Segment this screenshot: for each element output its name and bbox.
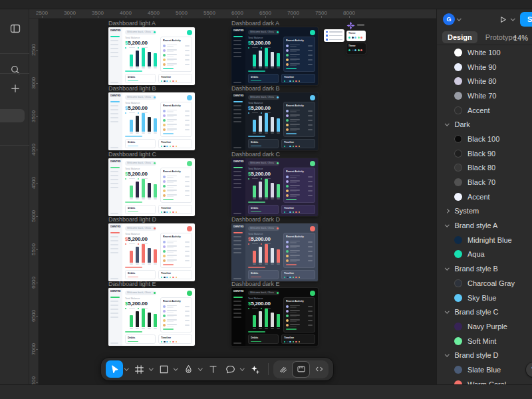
style-section-brand-style-c[interactable]: Brand style C bbox=[437, 305, 532, 319]
canvas[interactable]: Theme Theme Dashboard light ADWNTRDWelco… bbox=[39, 19, 436, 384]
style-row[interactable]: Charcoal Gray bbox=[437, 276, 532, 291]
style-section-brand-style-a[interactable]: Brand style A bbox=[437, 218, 532, 233]
style-row[interactable]: White 80 bbox=[437, 74, 532, 88]
frame-title[interactable]: Dashboard dark D bbox=[231, 216, 280, 223]
style-row[interactable]: Warm Coral bbox=[437, 377, 532, 384]
code-tool[interactable] bbox=[311, 362, 327, 377]
style-row[interactable]: White 100 bbox=[437, 45, 532, 60]
mock-avatar bbox=[310, 161, 315, 166]
mock-activity-avatar bbox=[163, 250, 166, 253]
canvas-frame[interactable]: DWNTRDWelcome back, OliviaTotal Balance$… bbox=[231, 27, 318, 85]
style-row[interactable]: Black 80 bbox=[437, 161, 532, 176]
style-row[interactable]: Accent bbox=[437, 190, 532, 204]
comment-tool-chevron-down-icon[interactable] bbox=[239, 360, 246, 378]
mock-footer: DebitsTimeline bbox=[248, 74, 315, 83]
canvas-frame[interactable]: DWNTRDWelcome back, OliviaTotal Balance$… bbox=[231, 92, 318, 150]
frame-title[interactable]: Dashboard light D bbox=[108, 216, 156, 223]
canvas-frame[interactable]: DWNTRDWelcome back, OliviaTotal Balance$… bbox=[108, 223, 195, 281]
canvas-frame[interactable]: DWNTRDWelcome back, OliviaTotal Balance$… bbox=[108, 158, 195, 216]
style-section-system[interactable]: System bbox=[437, 204, 532, 219]
chevron-down-icon bbox=[445, 266, 449, 270]
mock-balance-amount: $5,200.00 bbox=[125, 105, 158, 111]
mock-nav-item bbox=[110, 44, 118, 45]
mock-nav-item bbox=[233, 236, 241, 237]
share-button[interactable]: Share bbox=[520, 12, 532, 27]
measure-tool[interactable] bbox=[293, 362, 309, 377]
pen-tool[interactable] bbox=[180, 360, 197, 378]
mock-logout-item bbox=[110, 82, 118, 83]
canvas-frame[interactable]: DWNTRDWelcome back, OliviaTotal Balance$… bbox=[231, 158, 318, 216]
actions-tool[interactable] bbox=[246, 360, 263, 378]
style-row[interactable]: Midnight Blue bbox=[437, 233, 532, 247]
avatar-chevron-down-icon[interactable] bbox=[457, 17, 461, 21]
mock-activity-label: Recent Activity bbox=[286, 235, 303, 237]
plugin-sparkle-icon[interactable] bbox=[346, 21, 355, 29]
frame-tool[interactable] bbox=[130, 360, 148, 378]
theme-swatch-card-dark[interactable]: Theme bbox=[346, 43, 366, 54]
checklist-widget[interactable] bbox=[324, 29, 344, 42]
canvas-frame[interactable]: DWNTRDWelcome back, OliviaTotal Balance$… bbox=[108, 92, 195, 150]
style-row[interactable]: White 90 bbox=[437, 60, 532, 74]
canvas-frame[interactable]: DWNTRDWelcome back, OliviaTotal Balance$… bbox=[231, 223, 318, 281]
panels-toggle-icon[interactable] bbox=[9, 23, 21, 34]
canvas-frame[interactable]: DWNTRDWelcome back, OliviaTotal Balance$… bbox=[231, 288, 318, 346]
frame-title[interactable]: Dashboard light E bbox=[108, 281, 156, 287]
frame-title[interactable]: Dashboard light C bbox=[108, 151, 156, 158]
frame-tool-chevron-down-icon[interactable] bbox=[148, 360, 155, 378]
frame-title[interactable]: Dashboard dark C bbox=[231, 151, 280, 158]
horizontal-ruler[interactable]: 2500300035004000450050005500600065007000… bbox=[29, 9, 436, 19]
frame-title[interactable]: Dashboard dark E bbox=[231, 281, 280, 287]
canvas-frame[interactable]: DWNTRDWelcome back, OliviaTotal Balance$… bbox=[108, 27, 195, 85]
style-row[interactable]: Accent bbox=[437, 103, 532, 118]
mock-activity-row bbox=[163, 250, 190, 253]
shape-tool[interactable] bbox=[155, 360, 172, 378]
move-tool[interactable] bbox=[106, 360, 123, 378]
style-section-dark[interactable]: Dark bbox=[437, 117, 532, 132]
style-row[interactable]: Black 90 bbox=[437, 146, 532, 161]
mock-activity-avatar bbox=[163, 324, 166, 327]
sidebar-selected-item[interactable] bbox=[0, 109, 25, 122]
vertical-ruler[interactable]: 2500300035004000450050005500600065007000… bbox=[29, 19, 39, 384]
mock-activity-amount bbox=[185, 325, 190, 326]
theme-swatch-card-light[interactable]: Theme bbox=[346, 31, 366, 41]
style-row[interactable]: Navy Purple bbox=[437, 319, 532, 334]
mock-activity-avatar bbox=[286, 176, 289, 179]
zoom-level-indicator[interactable]: 14% bbox=[511, 33, 530, 43]
frame-title[interactable]: Dashboard light A bbox=[108, 20, 156, 27]
frame-title[interactable]: Dashboard dark B bbox=[231, 85, 280, 92]
frame-title[interactable]: Dashboard light B bbox=[108, 85, 156, 92]
style-row[interactable]: Aqua bbox=[437, 247, 532, 262]
style-section-brand-style-b[interactable]: Brand style B bbox=[437, 261, 532, 276]
present-play-button[interactable] bbox=[497, 13, 509, 25]
text-tool[interactable] bbox=[204, 360, 221, 378]
canvas-frame[interactable]: DWNTRDWelcome back, OliviaTotal Balance$… bbox=[108, 288, 195, 346]
style-row[interactable]: Black 100 bbox=[437, 132, 532, 146]
move-tool-chevron-down-icon[interactable] bbox=[123, 360, 130, 378]
comment-tool[interactable] bbox=[221, 360, 239, 378]
tab-design[interactable]: Design bbox=[442, 31, 477, 43]
style-row[interactable]: Soft Mint bbox=[437, 334, 532, 348]
mock-avatar bbox=[310, 291, 315, 296]
mock-main: Welcome back, OliviaTotal Balance$5,200.… bbox=[122, 223, 195, 281]
mock-main: Welcome back, OliviaTotal Balance$5,200.… bbox=[122, 158, 195, 216]
style-row[interactable]: Sky Blue bbox=[437, 291, 532, 305]
mock-bar-chart bbox=[248, 309, 281, 327]
avatar[interactable]: G bbox=[443, 13, 455, 25]
frame-title[interactable]: Dashboard dark A bbox=[231, 20, 279, 27]
style-section-brand-style-d[interactable]: Brand style D bbox=[437, 348, 532, 362]
mock-timeline-box: Timeline bbox=[158, 139, 192, 148]
pen-tool-chevron-down-icon[interactable] bbox=[197, 360, 204, 378]
mock-activity-label: Recent Activity bbox=[286, 170, 303, 172]
mock-activity-avatar bbox=[286, 310, 289, 313]
shape-tool-chevron-down-icon[interactable] bbox=[172, 360, 180, 378]
style-row[interactable]: Black 70 bbox=[437, 175, 532, 190]
add-icon[interactable] bbox=[9, 82, 21, 94]
style-row[interactable]: White 70 bbox=[437, 88, 532, 103]
color-swatch bbox=[454, 106, 462, 114]
draw-tool[interactable] bbox=[275, 362, 291, 377]
ruler-tick bbox=[126, 16, 126, 18]
present-chevron-down-icon[interactable] bbox=[511, 17, 515, 21]
style-row[interactable]: Slate Blue bbox=[437, 362, 532, 377]
mock-balance-chart: Total Balance$5,200.00 bbox=[125, 168, 158, 203]
mock-activity-avatar bbox=[286, 180, 289, 184]
